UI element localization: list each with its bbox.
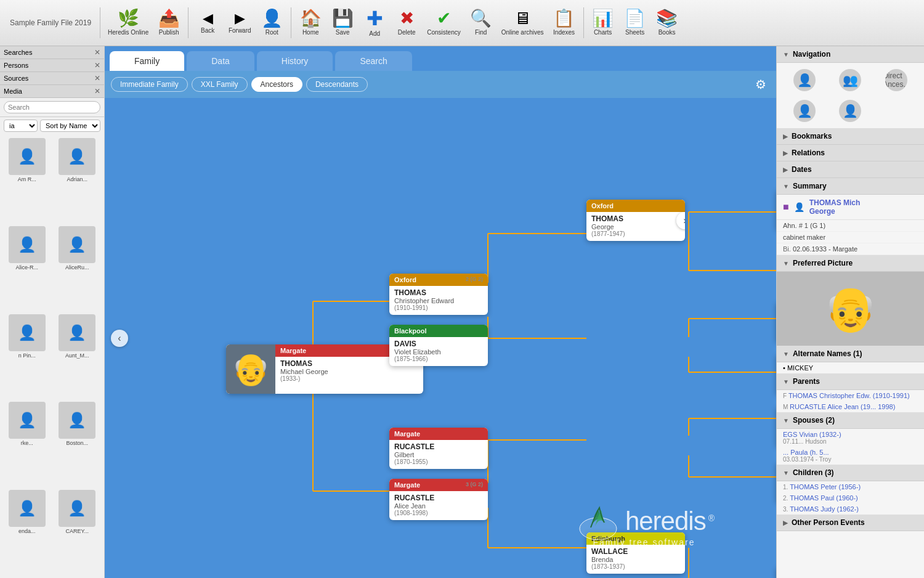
gallery-label-pin: n Pin... [18, 352, 36, 359]
toolbar-online-archives[interactable]: 🖥 Online archives [498, 7, 548, 38]
tab-family[interactable]: Family [110, 51, 184, 71]
save-label: Save [336, 29, 350, 36]
gallery-item-carey[interactable]: 👤 CAREY... [54, 490, 101, 574]
rs-alt-names-header[interactable]: ▼ Alternate Names (1) [777, 346, 924, 362]
gallery-thumb-enda: 👤 [9, 490, 46, 527]
gallery-item-aliceru[interactable]: 👤 AliceRu... [54, 226, 101, 311]
subtab-descendants[interactable]: Descendants [306, 77, 368, 92]
rs-relations-header[interactable]: ▶ Relations [777, 145, 924, 161]
rs-child3[interactable]: 3. THOMAS Judy (1962-) [777, 503, 924, 515]
gallery-label-alicer: Alice-R... [15, 264, 38, 271]
gallery-item-adrian[interactable]: 👤 Adrian... [54, 138, 101, 222]
rs-children-header[interactable]: ▼ Children (3) [777, 465, 924, 481]
toolbar-add[interactable]: ✚ Add [359, 6, 390, 39]
heredis-watermark: heredis ® Family tree software [573, 503, 715, 547]
subtab-ancestors[interactable]: Ancestors [251, 77, 302, 92]
rs-child2[interactable]: 2. THOMAS Paul (1960-) [777, 492, 924, 503]
rs-navigation-header[interactable]: ▼ Navigation [777, 46, 924, 63]
toolbar-consistency[interactable]: ✔ Consistency [423, 7, 464, 38]
toolbar-publish[interactable]: 📤 Publish [153, 7, 184, 38]
books-icon: 📚 [656, 10, 678, 27]
rs-nav-person2[interactable]: 👥 [829, 67, 872, 95]
toolbar-back[interactable]: ◀ Back [192, 9, 223, 36]
left-sidebar: Searches ✕ Persons ✕ Sources ✕ Media ✕ i… [0, 46, 105, 578]
rs-summary-header[interactable]: ▼ Summary [777, 178, 924, 195]
thomas-ceo-card[interactable]: Oxford 2 (G 2) THOMAS Christopher Edward… [389, 274, 488, 315]
toolbar-sheets[interactable]: 📄 Sheets [620, 7, 650, 38]
rs-avatar-4: 👤 [793, 100, 816, 122]
rs-parents-header[interactable]: ▼ Parents [777, 373, 924, 390]
thomas-george-card[interactable]: Oxford THOMAS George (1877-1947) › [586, 200, 685, 241]
subtab-immediate-family[interactable]: Immediate Family [111, 77, 188, 92]
rs-bookmarks-label: Bookmarks [792, 132, 832, 140]
add-icon: ✚ [367, 9, 383, 28]
rs-summary-person[interactable]: ■ 👤 THOMAS Mich George [777, 195, 924, 220]
publish-icon: 📤 [158, 10, 180, 27]
rs-bookmarks-header[interactable]: ▶ Bookmarks [777, 128, 924, 145]
sidebar-section-searches: Searches ✕ [0, 46, 104, 59]
rs-father[interactable]: F THOMAS Christopher Edw. (1910-1991) [777, 390, 924, 401]
tab-search[interactable]: Search [335, 51, 411, 71]
toolbar-indexes[interactable]: 📋 Indexes [549, 7, 580, 38]
gallery-item-pin[interactable]: 👤 n Pin... [4, 314, 51, 399]
gallery-item-amr[interactable]: 👤 Am R... [4, 138, 51, 222]
close-media[interactable]: ✕ [94, 87, 100, 96]
toolbar-heredis-online[interactable]: 🌿 Heredis Online [104, 7, 152, 38]
toolbar-books[interactable]: 📚 Books [652, 7, 683, 38]
tab-history[interactable]: History [257, 51, 333, 71]
toolbar-charts[interactable]: 📊 Charts [588, 7, 618, 38]
online-archives-label: Online archives [501, 29, 544, 36]
toolbar-forward[interactable]: ▶ Forward [224, 9, 255, 36]
gallery-item-aunt[interactable]: 👤 Aunt_M... [54, 314, 101, 399]
filter-select[interactable]: ia [4, 120, 38, 132]
toolbar-delete[interactable]: ✖ Delete [391, 7, 422, 38]
close-sources[interactable]: ✕ [94, 74, 100, 83]
rucastle-gilbert-given: Gilbert [394, 451, 483, 458]
toolbar-save[interactable]: 💾 Save [327, 7, 358, 38]
rucastle-alice-card[interactable]: Margate 3 (G 2) RUCASTLE Alice Jean (190… [389, 479, 488, 520]
rs-spouse1[interactable]: EGS Vivian (1932-) 07.11... Hudson [777, 429, 924, 447]
search-input[interactable] [4, 101, 100, 113]
rucastle-gilbert-location: Margate [389, 428, 488, 440]
settings-icon[interactable]: ⚙ [752, 76, 770, 93]
home-label: Home [302, 29, 319, 36]
gallery-label-amr: Am R... [18, 176, 36, 182]
rs-child1[interactable]: 1. THOMAS Peter (1956-) [777, 481, 924, 492]
rs-nav-person3[interactable]: Direct Ances... [875, 67, 918, 95]
toolbar-home[interactable]: 🏠 Home [295, 7, 326, 38]
rs-dates-header[interactable]: ▶ Dates [777, 161, 924, 178]
toolbar-find[interactable]: 🔍 Find [466, 7, 496, 38]
gallery-item-boston[interactable]: 👤 Boston... [54, 402, 101, 486]
rs-mother[interactable]: M RUCASTLE Alice Jean (19... 1998) [777, 401, 924, 412]
left-nav-arrow[interactable]: ‹ [111, 330, 128, 347]
davis-violet-card[interactable]: Blackpool DAVIS Violet Elizabeth (1875-1… [389, 325, 488, 366]
rucastle-gilbert-surname: RUCASTLE [394, 442, 483, 451]
rs-spouses-header[interactable]: ▼ Spouses (2) [777, 412, 924, 429]
gallery-item-enda[interactable]: 👤 enda... [4, 490, 51, 574]
rs-nav-person5[interactable]: 👤 [829, 97, 872, 124]
close-persons[interactable]: ✕ [94, 61, 100, 70]
rs-preferred-pic-header[interactable]: ▼ Preferred Picture [777, 255, 924, 272]
rs-spouse2[interactable]: ... Paula (h. 5... 03.03.1974 - Troy [777, 447, 924, 465]
main-tabs: Family Data History Search [105, 46, 776, 71]
subtab-xxl-family[interactable]: XXL Family [192, 77, 248, 92]
tab-data[interactable]: Data [187, 51, 254, 71]
charts-icon: 📊 [592, 10, 614, 27]
delete-icon: ✖ [400, 10, 414, 27]
rucastle-alice-dates: (1908-1998) [394, 510, 483, 516]
gallery-item-alicer[interactable]: 👤 Alice-R... [4, 226, 51, 311]
center-panel: Family Data History Search Immediate Fam… [105, 46, 776, 578]
gallery-item-rke[interactable]: 👤 rke... [4, 402, 51, 486]
sort-select[interactable]: Sort by Name [40, 120, 100, 132]
toolbar-root[interactable]: 👤 Root [256, 7, 287, 38]
rucastle-gilbert-card[interactable]: Margate RUCASTLE Gilbert (1870-1955) [389, 428, 488, 469]
consistency-label: Consistency [427, 29, 460, 36]
tree-area[interactable]: ‹ [105, 98, 776, 578]
rucastle-gilbert-dates: (1870-1955) [394, 458, 483, 465]
rs-nav-person4[interactable]: 👤 [783, 97, 826, 124]
rs-nav-person1[interactable]: 👤 [783, 67, 826, 95]
gallery-thumb-amr: 👤 [9, 138, 46, 175]
thomas-george-dates: (1877-1947) [591, 230, 680, 237]
close-searches[interactable]: ✕ [94, 48, 100, 57]
rs-other-events-header[interactable]: ▶ Other Person Events [777, 515, 924, 531]
